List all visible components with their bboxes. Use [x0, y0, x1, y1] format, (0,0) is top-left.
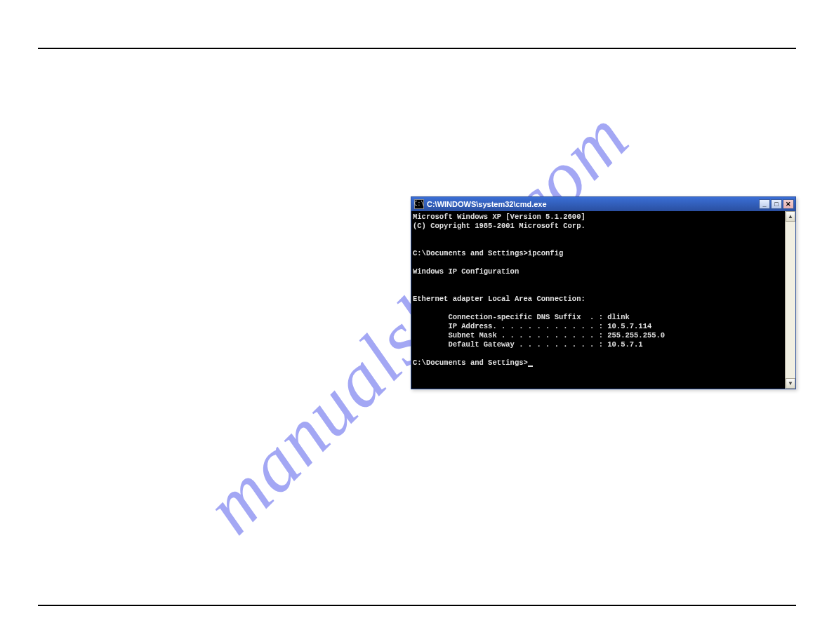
line-gateway: Default Gateway . . . . . . . . . : 10.5…	[413, 340, 643, 349]
minimize-button[interactable]: _	[759, 199, 770, 209]
line-header-1: Microsoft Windows XP [Version 5.1.2600]	[413, 213, 585, 221]
scroll-up-button[interactable]: ▲	[786, 211, 795, 222]
terminal-body[interactable]: Microsoft Windows XP [Version 5.1.2600] …	[411, 211, 795, 389]
line-header-2: (C) Copyright 1985-2001 Microsoft Corp.	[413, 222, 585, 230]
cursor	[528, 365, 533, 367]
cmd-window: C:\ C:\WINDOWS\system32\cmd.exe _ □ ✕ Mi…	[411, 196, 796, 389]
window-controls: _ □ ✕	[759, 199, 794, 209]
scroll-track[interactable]	[786, 222, 795, 378]
window-title: C:\WINDOWS\system32\cmd.exe	[427, 200, 759, 208]
vertical-scrollbar[interactable]: ▲ ▼	[785, 211, 795, 389]
document-page: manualshive.com C:\ C:\WINDOWS\system32\…	[0, 0, 834, 644]
bottom-divider	[38, 605, 796, 606]
line-dns: Connection-specific DNS Suffix . : dlink	[413, 313, 630, 321]
scroll-down-button[interactable]: ▼	[786, 378, 795, 389]
terminal-output: Microsoft Windows XP [Version 5.1.2600] …	[413, 213, 787, 368]
maximize-button[interactable]: □	[771, 199, 782, 209]
line-subnet: Subnet Mask . . . . . . . . . . . : 255.…	[413, 331, 665, 340]
line-adapter: Ethernet adapter Local Area Connection:	[413, 295, 585, 303]
line-ipconfig-title: Windows IP Configuration	[413, 267, 519, 276]
line-prompt-cmd: C:\Documents and Settings>ipconfig	[413, 249, 563, 257]
cmd-icon: C:\	[414, 199, 424, 209]
line-prompt-ready: C:\Documents and Settings>	[413, 358, 528, 367]
top-divider	[38, 48, 796, 49]
window-titlebar[interactable]: C:\ C:\WINDOWS\system32\cmd.exe _ □ ✕	[411, 197, 795, 211]
line-ip: IP Address. . . . . . . . . . . . : 10.5…	[413, 322, 651, 330]
close-button[interactable]: ✕	[783, 199, 794, 209]
